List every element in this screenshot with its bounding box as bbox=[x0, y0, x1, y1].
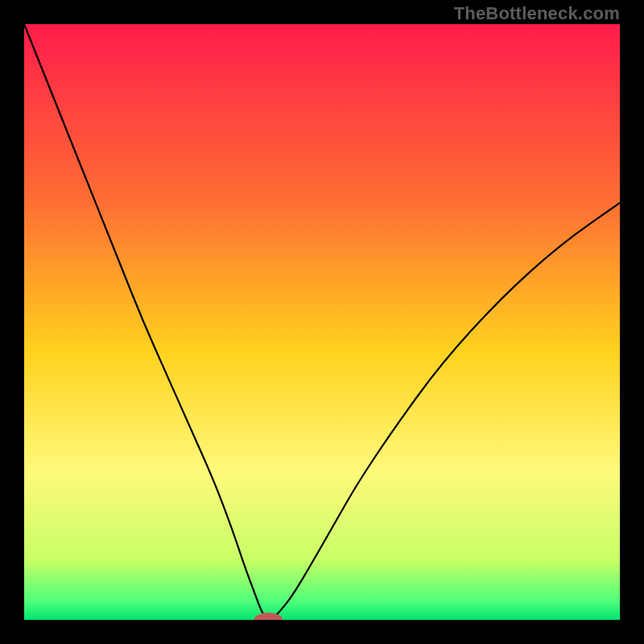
gradient-background bbox=[24, 24, 620, 620]
plot-area bbox=[24, 24, 620, 620]
bottleneck-chart bbox=[24, 24, 620, 620]
watermark-text: TheBottleneck.com bbox=[454, 3, 620, 24]
outer-frame: TheBottleneck.com bbox=[0, 0, 644, 644]
